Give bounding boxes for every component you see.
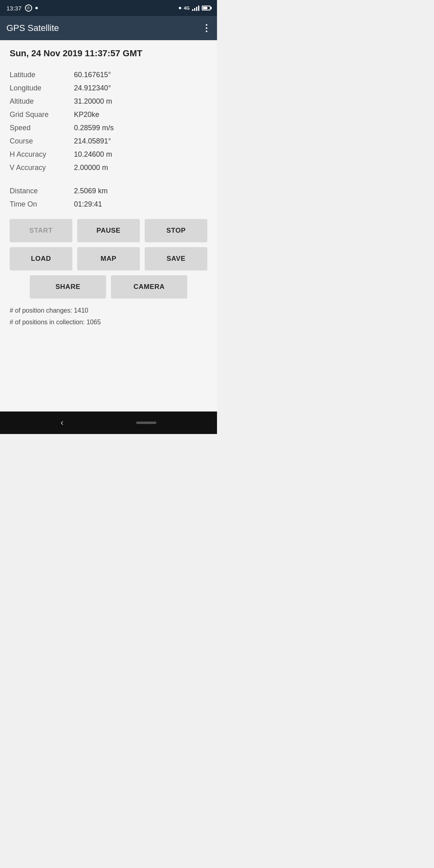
back-button[interactable]: ‹: [61, 418, 63, 428]
start-button[interactable]: START: [10, 219, 72, 242]
app-title: GPS Satellite: [6, 23, 59, 33]
gps-row-1: Longitude24.912340°: [10, 82, 207, 95]
gps-value-1: 24.912340°: [74, 84, 111, 92]
svg-rect-0: [192, 9, 193, 11]
home-indicator[interactable]: [136, 422, 156, 424]
button-row-2: LOAD MAP SAVE: [10, 247, 207, 270]
app-bar: GPS Satellite: [0, 16, 217, 40]
gps-label-3: Grid Square: [10, 111, 74, 119]
gps-row-7: V Accuracy2.00000 m: [10, 161, 207, 174]
notification-dot: [35, 7, 38, 9]
overflow-dot-1: [206, 24, 207, 26]
gps-value-4: 0.28599 m/s: [74, 124, 114, 132]
gps-label-1: Longitude: [10, 84, 74, 92]
timeon-row: Time On 01:29:41: [10, 198, 207, 211]
gps-value-7: 2.00000 m: [74, 164, 108, 172]
load-button[interactable]: LOAD: [10, 247, 72, 270]
gps-value-3: KP20ke: [74, 111, 99, 119]
overflow-dot-2: [206, 27, 207, 29]
overflow-dot-3: [206, 31, 207, 32]
distance-value: 2.5069 km: [74, 187, 108, 195]
svg-rect-1: [194, 8, 195, 11]
divider: [10, 181, 207, 181]
network-type: 4G: [184, 6, 190, 10]
button-grid: START PAUSE STOP LOAD MAP SAVE SHARE CAM…: [10, 219, 207, 299]
gps-value-6: 10.24600 m: [74, 150, 112, 159]
gps-label-0: Latitude: [10, 71, 74, 79]
distance-section: Distance 2.5069 km Time On 01:29:41: [10, 184, 207, 211]
signal-dot: [179, 7, 181, 9]
gps-label-6: H Accuracy: [10, 150, 74, 159]
camera-button[interactable]: CAMERA: [111, 275, 187, 299]
gps-label-2: Altitude: [10, 97, 74, 106]
main-content: Sun, 24 Nov 2019 11:37:57 GMT Latitude60…: [0, 40, 217, 411]
gps-label-5: Course: [10, 137, 74, 145]
status-bar: 13:37 4G: [0, 0, 217, 16]
status-bar-right: 4G: [179, 5, 211, 11]
whatsapp-icon: [25, 4, 32, 12]
svg-rect-2: [196, 7, 197, 11]
positions-collection-stat: # of positions in collection: 1065: [10, 317, 207, 328]
distance-label: Distance: [10, 187, 74, 195]
button-row-1: START PAUSE STOP: [10, 219, 207, 242]
stats-section: # of position changes: 1410 # of positio…: [10, 305, 207, 328]
svg-rect-3: [198, 6, 199, 11]
gps-label-4: Speed: [10, 124, 74, 132]
gps-row-4: Speed0.28599 m/s: [10, 121, 207, 135]
share-button[interactable]: SHARE: [30, 275, 106, 299]
gps-row-0: Latitude60.167615°: [10, 68, 207, 82]
status-time: 13:37: [6, 5, 22, 12]
gps-value-5: 214.05891°: [74, 137, 111, 145]
distance-row: Distance 2.5069 km: [10, 184, 207, 198]
gps-value-2: 31.20000 m: [74, 97, 112, 106]
signal-bars-icon: [192, 5, 199, 11]
gps-row-2: Altitude31.20000 m: [10, 95, 207, 108]
timeon-label: Time On: [10, 200, 74, 209]
gps-row-6: H Accuracy10.24600 m: [10, 148, 207, 161]
pause-button[interactable]: PAUSE: [77, 219, 140, 242]
battery-icon: [202, 6, 211, 10]
stop-button[interactable]: STOP: [145, 219, 207, 242]
save-button[interactable]: SAVE: [145, 247, 207, 270]
overflow-menu-button[interactable]: [203, 21, 211, 35]
map-button[interactable]: MAP: [77, 247, 140, 270]
gps-row-3: Grid SquareKP20ke: [10, 108, 207, 121]
gps-row-5: Course214.05891°: [10, 135, 207, 148]
nav-bar: ‹: [0, 411, 217, 434]
status-bar-left: 13:37: [6, 4, 38, 12]
position-changes-stat: # of position changes: 1410: [10, 305, 207, 317]
timeon-value: 01:29:41: [74, 200, 102, 209]
gps-data-table: Latitude60.167615°Longitude24.912340°Alt…: [10, 68, 207, 174]
gps-label-7: V Accuracy: [10, 164, 74, 172]
gps-value-0: 60.167615°: [74, 71, 111, 79]
datetime-display: Sun, 24 Nov 2019 11:37:57 GMT: [10, 48, 207, 59]
button-row-3: SHARE CAMERA: [10, 275, 207, 299]
